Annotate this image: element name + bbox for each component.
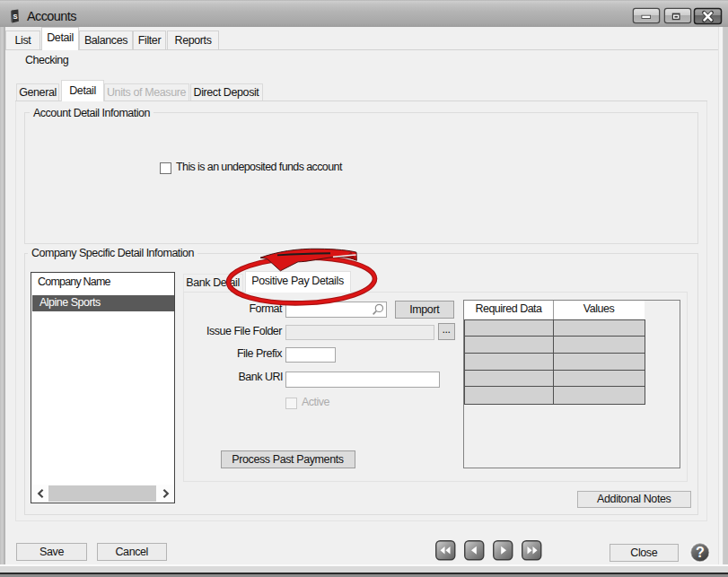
svg-text:?: ? [696, 545, 705, 560]
svg-text:S: S [13, 13, 17, 21]
